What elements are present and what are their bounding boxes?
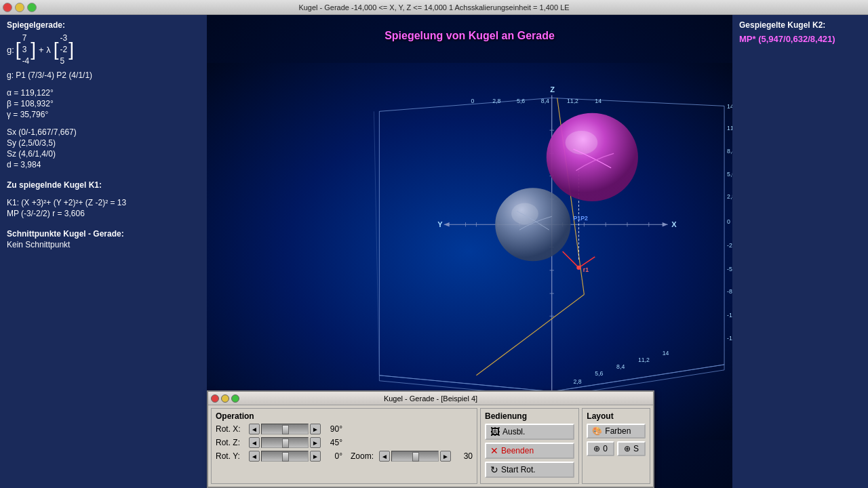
k1-eq: K1: (X +3)²+ (Y +2)²+ (Z -2)² = 13 <box>7 198 200 207</box>
svg-text:X: X <box>671 220 677 228</box>
zoom-thumb[interactable] <box>412 452 419 462</box>
svg-text:14: 14 <box>727 103 732 110</box>
svg-text:r1: r1 <box>583 266 589 273</box>
gamma-line: γ = 35,796° <box>7 110 200 119</box>
mp-line: MP (-3/-2/2) r = 3,606 <box>7 209 200 218</box>
layout-s-button[interactable]: ⊕ S <box>617 441 646 456</box>
zoom-track[interactable] <box>391 451 439 462</box>
g-points: g: P1 (7/3/-4) P2 (4/1/1) <box>7 70 200 80</box>
rot-y-right-btn[interactable]: ► <box>310 451 321 462</box>
start-rot-button[interactable]: ↻ Start Rot. <box>485 462 574 478</box>
maximize-button[interactable] <box>27 3 37 12</box>
dialog-min-button[interactable] <box>221 394 229 403</box>
svg-rect-0 <box>207 63 732 440</box>
farben-button[interactable]: 🎨 Farben <box>587 424 646 439</box>
ausbl-label: Ausbl. <box>502 427 525 436</box>
svg-text:2,8: 2,8 <box>492 98 500 104</box>
beenden-label: Beenden <box>501 446 534 455</box>
rot-z-left-btn[interactable]: ◄ <box>249 437 260 448</box>
layout-title: Layout <box>587 411 646 421</box>
rot-z-row: Rot. Z: ◄ ► 45° <box>216 437 473 448</box>
bracket-right-1: ] <box>31 40 36 59</box>
layout-panel: Layout 🎨 Farben ⊕ 0 ⊕ S <box>582 408 650 484</box>
rot-z-value: 45° <box>323 438 342 447</box>
layout-0-label: 0 <box>603 444 608 453</box>
rot-y-thumb[interactable] <box>282 452 289 462</box>
svg-point-63 <box>576 266 580 270</box>
title-bar-text: Kugel - Gerade -14,000 <= X, Y, Z <= 14,… <box>0 3 868 12</box>
rot-z-label: Rot. Z: <box>216 438 246 447</box>
svg-point-65 <box>495 188 570 261</box>
svg-text:-11,2: -11,2 <box>727 312 732 319</box>
minimize-button[interactable] <box>15 3 24 12</box>
rot-x-slider-container[interactable]: ◄ ► <box>249 424 321 434</box>
svg-text:8,4: 8,4 <box>616 363 625 370</box>
svg-text:-2,8: -2,8 <box>727 242 732 249</box>
sz-line: Sz (4,6/1,4/0) <box>7 149 200 159</box>
svg-text:P1P2: P1P2 <box>574 215 589 222</box>
layout-s-label: S <box>633 444 639 453</box>
start-rot-icon: ↻ <box>490 464 498 475</box>
spiegelgerade-title: Spiegelgerade: <box>7 20 200 30</box>
svg-text:5,6: 5,6 <box>595 370 603 377</box>
zoom-right-btn[interactable]: ► <box>440 451 451 462</box>
svg-point-66 <box>511 203 538 224</box>
rot-z-right-btn[interactable]: ► <box>310 437 321 448</box>
dialog-max-button[interactable] <box>231 394 239 403</box>
matrix-g: g: [ 7 3 -4 ] + λ [ -3 -2 5 ] <box>7 33 200 66</box>
schnittpunkte-section: Schnittpunkte Kugel - Gerade: Kein Schni… <box>7 229 200 249</box>
rot-x-track[interactable] <box>261 424 309 434</box>
rot-z-track[interactable] <box>261 437 309 448</box>
svg-text:2,8: 2,8 <box>574 378 582 385</box>
zoom-left-btn[interactable]: ◄ <box>379 451 390 462</box>
alpha-line: α = 119,122° <box>7 88 200 98</box>
dialog-content: Operation Rot. X: ◄ ► 90° Rot. Z: ◄ <box>208 405 653 487</box>
layout-0-button[interactable]: ⊕ 0 <box>587 441 614 456</box>
svg-text:11,2: 11,2 <box>727 125 732 131</box>
window-controls[interactable] <box>3 3 37 12</box>
rot-y-slider-container[interactable]: ◄ ► <box>249 451 321 462</box>
rot-x-thumb[interactable] <box>282 425 289 434</box>
zoom-value: 30 <box>454 451 473 461</box>
layout-num-buttons: ⊕ 0 ⊕ S <box>587 441 646 459</box>
sy-line: Sy (2,5/0/3,5) <box>7 138 200 148</box>
operation-panel: Operation Rot. X: ◄ ► 90° Rot. Z: ◄ <box>211 408 477 484</box>
left-panel: Spiegelgerade: g: [ 7 3 -4 ] + λ [ -3 -2… <box>0 15 207 488</box>
ausbl-button[interactable]: 🖼 Ausbl. <box>485 424 574 440</box>
dialog-window-controls[interactable] <box>211 394 239 403</box>
d-line: d = 3,984 <box>7 160 200 169</box>
svg-point-68 <box>566 131 598 155</box>
rot-z-slider-container[interactable]: ◄ ► <box>249 437 321 448</box>
layout-s-icon: ⊕ <box>624 444 631 453</box>
svg-text:0: 0 <box>727 218 730 225</box>
bedienung-title: Bedienung <box>485 411 574 421</box>
ausbl-icon: 🖼 <box>490 426 500 437</box>
rot-y-track[interactable] <box>261 451 309 462</box>
svg-point-67 <box>547 113 638 201</box>
svg-text:Z: Z <box>550 86 555 94</box>
start-rot-label: Start Rot. <box>501 465 536 474</box>
zoom-slider-container[interactable]: ◄ ► <box>379 451 451 462</box>
rot-x-left-btn[interactable]: ◄ <box>249 424 260 434</box>
operation-title: Operation <box>216 411 473 421</box>
right-panel-mp: MP* (5,947/0,632/8,421) <box>739 34 861 44</box>
svg-text:0: 0 <box>471 98 474 104</box>
svg-text:5,6: 5,6 <box>517 98 525 104</box>
svg-text:Y: Y <box>437 220 443 228</box>
rot-y-row: Rot. Y: ◄ ► 0° Zoom: ◄ ► 30 <box>216 451 473 462</box>
svg-text:8,4: 8,4 <box>541 98 549 104</box>
dialog-close-button[interactable] <box>211 394 219 403</box>
rot-x-row: Rot. X: ◄ ► 90° <box>216 424 473 434</box>
close-button[interactable] <box>3 3 12 12</box>
rot-y-left-btn[interactable]: ◄ <box>249 451 260 462</box>
rot-y-label: Rot. Y: <box>216 451 246 461</box>
beenden-icon: ✕ <box>490 445 498 456</box>
svg-text:2,8: 2,8 <box>727 193 732 200</box>
rot-y-value: 0° <box>323 451 342 461</box>
rot-z-thumb[interactable] <box>282 439 289 448</box>
beenden-button[interactable]: ✕ Beenden <box>485 443 574 459</box>
svg-text:14: 14 <box>595 98 601 104</box>
svg-text:14: 14 <box>663 350 669 357</box>
rot-x-right-btn[interactable]: ► <box>310 424 321 434</box>
schnittpunkte-title: Schnittpunkte Kugel - Gerade: <box>7 229 200 239</box>
